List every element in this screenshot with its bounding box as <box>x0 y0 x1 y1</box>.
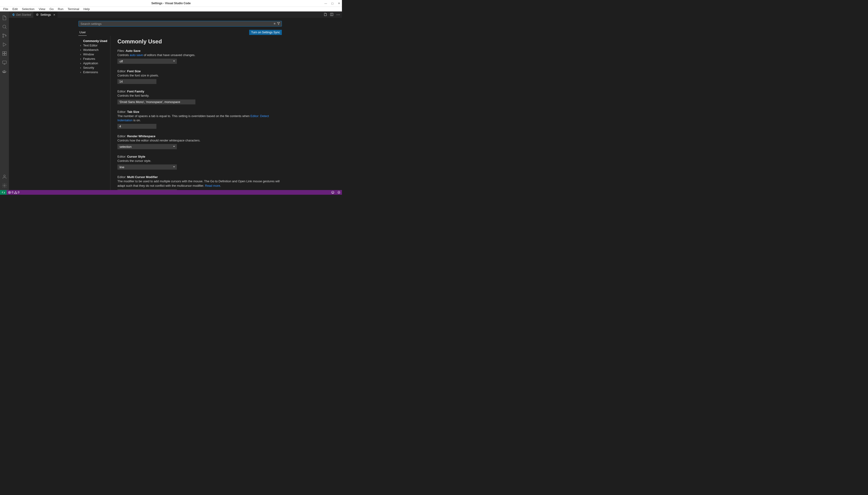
tab-settings[interactable]: ⚙ Settings × <box>33 12 58 18</box>
window-title: Settings - Visual Studio Code <box>151 2 191 5</box>
menu-terminal[interactable]: Terminal <box>66 7 81 11</box>
settings-gear-icon[interactable] <box>0 181 9 190</box>
problems-status[interactable]: 0 0 <box>6 191 21 194</box>
menu-help[interactable]: Help <box>82 7 92 11</box>
svg-rect-4 <box>3 52 4 53</box>
docker-icon[interactable] <box>0 67 9 76</box>
remote-indicator[interactable] <box>0 190 6 195</box>
toc-text-editor[interactable]: ›Text Editor <box>79 43 110 48</box>
chevron-right-icon: › <box>80 66 82 69</box>
setting-editor-renderwhitespace: Editor: Render Whitespace Controls how t… <box>117 134 284 149</box>
remote-explorer-icon[interactable] <box>0 58 9 67</box>
menu-edit[interactable]: Edit <box>11 7 19 11</box>
activitybar <box>0 12 9 190</box>
editor-tabs: Get Started ⚙ Settings × ⋯ <box>9 12 342 18</box>
menu-run[interactable]: Run <box>56 7 65 11</box>
clear-search-icon[interactable]: ≡ <box>274 22 276 26</box>
open-settings-json-icon[interactable] <box>324 13 327 17</box>
maximize-icon[interactable]: ▢ <box>331 2 334 5</box>
run-debug-icon[interactable] <box>0 40 9 49</box>
extensions-icon[interactable] <box>0 49 9 58</box>
cursorstyle-select[interactable]: line <box>117 165 177 170</box>
svg-point-3 <box>5 35 6 36</box>
accounts-icon[interactable] <box>0 172 9 181</box>
svg-point-13 <box>332 191 334 194</box>
search-icon[interactable] <box>0 22 9 31</box>
toc-application[interactable]: ›Application <box>79 61 110 66</box>
menu-file[interactable]: File <box>1 7 10 11</box>
feedback-icon[interactable] <box>330 191 336 194</box>
close-icon[interactable]: ✕ <box>337 2 341 5</box>
tab-label: Get Started <box>16 13 31 16</box>
setting-editor-cursorstyle: Editor: Cursor Style Controls the cursor… <box>117 155 284 170</box>
source-control-icon[interactable] <box>0 31 9 40</box>
fontsize-input[interactable] <box>117 79 157 84</box>
settings-toc: Commonly Used ›Text Editor ›Workbench ›W… <box>79 36 110 190</box>
chevron-right-icon: › <box>80 48 82 52</box>
chevron-right-icon: › <box>80 57 82 61</box>
toc-commonly-used[interactable]: Commonly Used <box>79 39 110 43</box>
autosave-select[interactable]: off <box>117 59 177 64</box>
setting-files-autosave: Files: Auto Save Controls auto save of e… <box>117 49 284 64</box>
setting-editor-fontfamily: Editor: Font Family Controls the font fa… <box>117 90 284 104</box>
svg-rect-7 <box>5 54 6 55</box>
titlebar: Settings - Visual Studio Code — ▢ ✕ <box>0 0 342 7</box>
split-editor-icon[interactable] <box>330 13 333 17</box>
filter-icon[interactable] <box>277 22 280 26</box>
editor-actions: ⋯ <box>322 12 342 18</box>
chevron-right-icon: › <box>80 62 82 65</box>
chevron-right-icon: › <box>80 44 82 47</box>
svg-point-9 <box>3 175 5 177</box>
notifications-icon[interactable] <box>336 191 342 194</box>
autosave-link[interactable]: auto save <box>130 53 143 57</box>
menu-go[interactable]: Go <box>48 7 55 11</box>
toc-window[interactable]: ›Window <box>79 52 110 56</box>
menu-view[interactable]: View <box>37 7 47 11</box>
tabsize-input[interactable] <box>117 124 157 129</box>
toc-extensions[interactable]: ›Extensions <box>79 70 110 74</box>
setting-editor-tabsize: Editor: Tab Size The number of spaces a … <box>117 110 284 129</box>
more-actions-icon[interactable]: ⋯ <box>336 13 340 17</box>
menubar: File Edit Selection View Go Run Terminal… <box>0 7 342 12</box>
tab-label: Settings <box>40 13 51 16</box>
setting-editor-fontsize: Editor: Font Size Controls the font size… <box>117 69 284 84</box>
chevron-right-icon: › <box>80 70 82 74</box>
tab-get-started[interactable]: Get Started <box>9 12 33 18</box>
minimize-icon[interactable]: — <box>324 2 327 5</box>
svg-point-2 <box>3 36 4 37</box>
scope-user-tab[interactable]: User <box>79 29 87 36</box>
svg-rect-8 <box>3 61 6 64</box>
tab-close-icon[interactable]: × <box>53 13 55 17</box>
svg-rect-5 <box>5 52 6 53</box>
readmore-link[interactable]: Read more <box>205 184 220 187</box>
toc-security[interactable]: ›Security <box>79 66 110 70</box>
settings-search-input[interactable] <box>79 22 272 25</box>
toc-workbench[interactable]: ›Workbench <box>79 48 110 52</box>
multicursor-select[interactable]: alt <box>117 189 177 190</box>
statusbar: 0 0 <box>0 190 342 195</box>
vscode-icon <box>11 13 15 16</box>
chevron-right-icon: › <box>80 53 82 56</box>
settings-json-icon: ⚙ <box>36 13 39 16</box>
section-header: Commonly Used <box>117 38 284 45</box>
svg-point-10 <box>4 185 5 186</box>
settings-search[interactable]: ≡ <box>79 21 282 27</box>
menu-selection[interactable]: Selection <box>20 7 36 11</box>
settings-sync-button[interactable]: Turn on Settings Sync <box>249 30 282 35</box>
window-controls: — ▢ ✕ <box>324 2 341 5</box>
svg-rect-6 <box>3 54 4 55</box>
fontfamily-input[interactable] <box>117 100 195 104</box>
explorer-icon[interactable] <box>0 13 9 22</box>
svg-point-0 <box>3 25 6 28</box>
setting-editor-multicursor: Editor: Multi Cursor Modifier The modifi… <box>117 175 284 190</box>
settings-list[interactable]: Commonly Used Files: Auto Save Controls … <box>110 36 291 190</box>
renderwhitespace-select[interactable]: selection <box>117 144 177 149</box>
toc-features[interactable]: ›Features <box>79 56 110 61</box>
svg-point-1 <box>3 34 4 35</box>
